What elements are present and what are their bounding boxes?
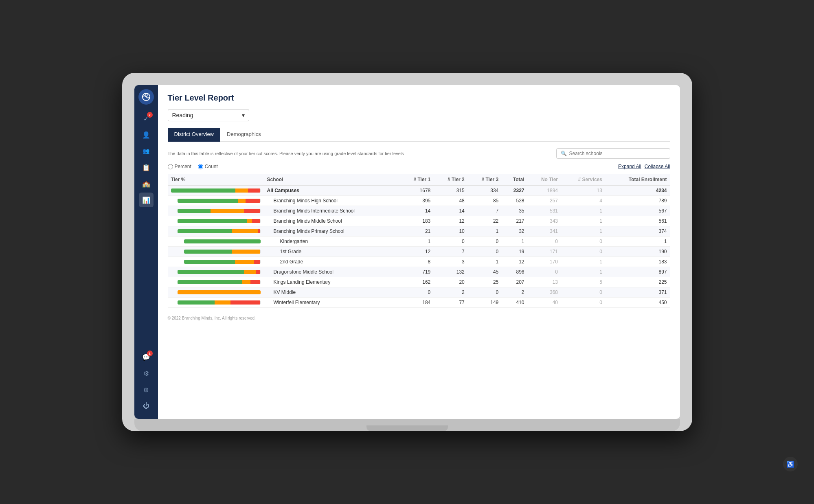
tier3-cell: 45 [468,267,502,277]
total-cell: 1 [502,237,527,247]
tier1-cell: 162 [400,277,434,287]
building-icon[interactable]: 🏫 [139,176,154,191]
search-box[interactable]: 🔍 [556,148,670,159]
services-cell: 4 [561,196,606,206]
tier3-cell: 7 [468,206,502,216]
no-tier-cell: 0 [528,267,562,277]
tier-bar-cell [168,237,264,247]
tier2-cell: 20 [434,277,468,287]
no-tier-cell: 1894 [528,185,562,196]
tier2-cell: 2 [434,287,468,298]
tier2-cell: 12 [434,216,468,226]
count-radio[interactable] [198,164,203,169]
tier2-cell: 48 [434,196,468,206]
power-icon[interactable]: ⏻ [139,399,154,413]
logo[interactable] [138,89,154,105]
book-icon[interactable]: 📋 [139,160,154,175]
tier3-cell: 334 [468,185,502,196]
table-row: KV Middle 0 2 0 2 368 0 371 [168,287,670,298]
controls-bar: Percent Count Expand All Collapse All [168,164,670,169]
tier-level-table: Tier % School # Tier 1 # Tier 2 # Tier 3… [168,174,670,308]
footer: © 2022 Branching Minds, Inc. All rights … [168,316,670,324]
collapse-all-button[interactable]: Collapse All [645,164,670,169]
enrollment-cell: 789 [606,196,670,206]
col-total: Total [502,174,527,185]
no-tier-cell: 531 [528,206,562,216]
table-row: Branching Minds Intermediate School 14 1… [168,206,670,216]
table-row: Winterfell Elementary 184 77 149 410 40 … [168,298,670,308]
percent-radio-label[interactable]: Percent [168,164,191,169]
sidebar: ✓ 7 👤 👥 📋 🏫 📊 💬 1 [134,85,158,419]
total-cell: 896 [502,267,527,277]
school-name-cell: Branching Minds Middle School [264,216,400,226]
search-input[interactable] [569,151,666,156]
no-tier-cell: 13 [528,277,562,287]
services-cell: 0 [561,247,606,257]
school-name-cell: Branching Minds Primary School [264,226,400,237]
page-title: Tier Level Report [168,93,670,103]
group-icon[interactable]: 👥 [139,144,154,158]
col-no-tier: No Tier [528,174,562,185]
services-cell: 0 [561,237,606,247]
tab-district-overview[interactable]: District Overview [168,128,221,142]
chat-icon[interactable]: 💬 1 [139,350,154,364]
tier-bar-cell [168,277,264,287]
services-cell: 1 [561,267,606,277]
total-cell: 2 [502,287,527,298]
enrollment-cell: 190 [606,247,670,257]
tier1-cell: 1 [400,237,434,247]
tier-bar-cell [168,206,264,216]
percent-radio[interactable] [168,164,173,169]
school-name-cell: Kindergarten [264,237,400,247]
tier-bar-cell [168,298,264,308]
tier3-cell: 25 [468,277,502,287]
no-tier-cell: 341 [528,226,562,237]
tier1-cell: 1678 [400,185,434,196]
tab-demographics[interactable]: Demographics [220,128,268,142]
settings-icon[interactable]: ⚙ [139,366,154,381]
school-name-cell: KV Middle [264,287,400,298]
services-cell: 5 [561,277,606,287]
enrollment-cell: 450 [606,298,670,308]
enrollment-cell: 567 [606,206,670,216]
no-tier-cell: 170 [528,257,562,267]
total-cell: 32 [502,226,527,237]
tier2-cell: 77 [434,298,468,308]
school-name-cell: Dragonstone Middle School [264,267,400,277]
no-tier-cell: 0 [528,237,562,247]
col-tier1: # Tier 1 [400,174,434,185]
expand-all-button[interactable]: Expand All [618,164,641,169]
enrollment-cell: 374 [606,226,670,237]
no-tier-cell: 343 [528,216,562,226]
tier1-cell: 8 [400,257,434,267]
tier3-cell: 0 [468,237,502,247]
table-row: Kings Landing Elementary 162 20 25 207 1… [168,277,670,287]
col-enrollment: Total Enrollment [606,174,670,185]
accessibility-button[interactable]: ♿ [783,457,798,471]
table-row: 1st Grade 12 7 0 19 171 0 190 [168,247,670,257]
total-cell: 2327 [502,185,527,196]
total-cell: 19 [502,247,527,257]
count-radio-label[interactable]: Count [198,164,218,169]
tier3-cell: 0 [468,247,502,257]
action-buttons: Expand All Collapse All [618,164,670,169]
table-row: Branching Minds Primary School 21 10 1 3… [168,226,670,237]
school-name-cell: Kings Landing Elementary [264,277,400,287]
tab-bar: District Overview Demographics [168,128,670,142]
tasks-icon[interactable]: ✓ 7 [139,111,154,126]
chart-icon[interactable]: 📊 [139,193,154,207]
users-icon[interactable]: 👤 [139,127,154,142]
tier-bar-cell [168,257,264,267]
network-icon[interactable]: ⊕ [139,382,154,397]
services-cell: 1 [561,216,606,226]
enrollment-cell: 897 [606,267,670,277]
table-row: Kindergarten 1 0 0 1 0 0 1 [168,237,670,247]
total-cell: 207 [502,277,527,287]
enrollment-cell: 183 [606,257,670,267]
col-tier2: # Tier 2 [434,174,468,185]
total-cell: 35 [502,206,527,216]
subject-dropdown[interactable]: Reading ▾ [168,109,249,121]
tier3-cell: 1 [468,257,502,267]
no-tier-cell: 40 [528,298,562,308]
tier1-cell: 0 [400,287,434,298]
